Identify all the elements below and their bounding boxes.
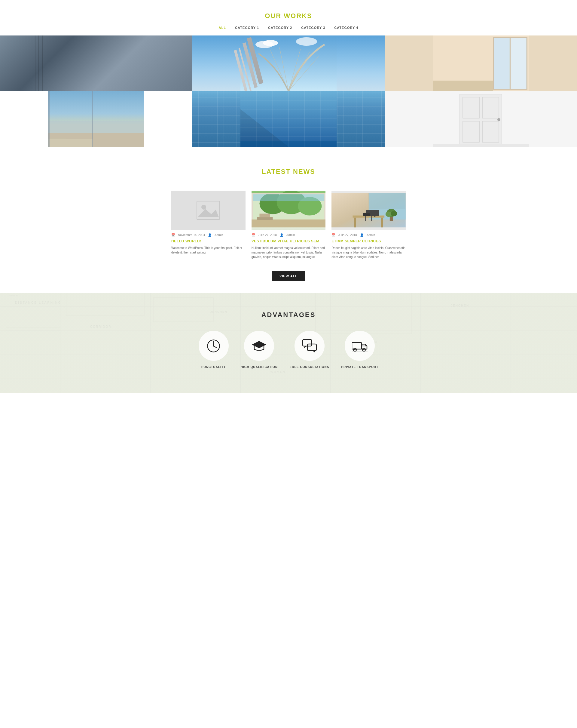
truck-icon xyxy=(352,340,367,352)
advantage-punctuality: PUNCTUALITY xyxy=(199,331,229,369)
news-date-icon-2: 📅 xyxy=(251,233,255,237)
filter-all[interactable]: ALL xyxy=(219,26,226,29)
svg-rect-57 xyxy=(251,193,326,194)
advantage-label-punctuality: PUNCTUALITY xyxy=(201,365,226,369)
news-author-2: Admin xyxy=(286,233,295,237)
news-author-3: Admin xyxy=(367,233,375,237)
advantage-transport: PRIVATE TRANSPORT xyxy=(341,331,378,369)
svg-point-45 xyxy=(497,118,500,121)
svg-point-48 xyxy=(201,205,206,210)
news-card-3: 📅 Julio 27, 2018 👤 Admin ETIAM SEMPER UL… xyxy=(331,191,406,259)
latest-news-section: LATEST NEWS 📅 Noviembre 14, 2004 👤 Admin xyxy=(0,147,577,293)
svg-rect-13 xyxy=(526,37,527,89)
advantages-icons: PUNCTUALITY HIGH QUALIFICATION xyxy=(0,331,577,369)
news-excerpt-3: Donec feugiat sagittis ante vitae lacini… xyxy=(331,246,406,259)
advantage-consultations: FREE CONSULTATIONS xyxy=(290,331,329,369)
advantages-section: DISTANCE LEARNING CORRIDOR JENCHEN CORRI… xyxy=(0,293,577,393)
glass-svg xyxy=(192,91,385,147)
advantage-label-transport: PRIVATE TRANSPORT xyxy=(341,365,378,369)
svg-point-77 xyxy=(391,211,397,216)
news-title-2[interactable]: VESTIBULUM VITAE ULTRICIES SEM xyxy=(251,239,326,243)
placeholder-svg xyxy=(196,201,220,220)
advantage-circle-consultations xyxy=(295,331,325,361)
works-filter: ALL CATEGORY 1 CATEGORY 2 CATEGORY 3 CAT… xyxy=(0,26,577,29)
svg-rect-114 xyxy=(352,342,361,349)
svg-point-2 xyxy=(263,40,278,46)
portfolio-item-room[interactable] xyxy=(385,35,577,91)
svg-rect-71 xyxy=(371,216,372,221)
svg-point-109 xyxy=(266,348,266,349)
advantage-qualification: HIGH QUALIFICATION xyxy=(241,331,278,369)
news-card-1: 📅 Noviembre 14, 2004 👤 Admin HELLO WORLD… xyxy=(171,191,246,259)
news-date-icon-3: 📅 xyxy=(331,233,335,237)
portfolio-item-blinds[interactable] xyxy=(0,35,192,91)
svg-rect-38 xyxy=(240,141,337,147)
arch-svg xyxy=(192,35,385,91)
news-image-3[interactable] xyxy=(331,191,406,230)
advantages-content: ADVANTAGES PUNCTUALITY xyxy=(0,311,577,369)
news-grid: 📅 Noviembre 14, 2004 👤 Admin HELLO WORLD… xyxy=(153,182,424,265)
our-works-section: OUR WORKS ALL CATEGORY 1 CATEGORY 2 CATE… xyxy=(0,0,577,147)
news-excerpt-2: Nullam tincidunt laoreet magna vel euism… xyxy=(251,246,326,259)
advantage-circle-transport xyxy=(345,331,375,361)
svg-point-118 xyxy=(363,349,364,350)
view-all-button[interactable]: VIEW ALL xyxy=(272,271,305,281)
svg-rect-21 xyxy=(48,121,144,135)
svg-rect-19 xyxy=(433,81,493,91)
filter-cat2[interactable]: CATEGORY 2 xyxy=(268,26,292,29)
svg-rect-72 xyxy=(370,210,379,216)
portfolio-item-beach[interactable] xyxy=(0,91,192,147)
news-image-1[interactable] xyxy=(171,191,246,230)
news-meta-3: 📅 Julio 27, 2018 👤 Admin xyxy=(331,233,406,237)
portfolio-image-blinds xyxy=(0,35,192,91)
filter-cat1[interactable]: CATEGORY 1 xyxy=(235,26,259,29)
svg-rect-66 xyxy=(354,218,356,228)
portfolio-item-door[interactable] xyxy=(385,91,577,147)
portfolio-image-door xyxy=(385,91,577,147)
clock-icon xyxy=(207,339,220,353)
svg-rect-26 xyxy=(92,91,93,147)
news-title-3[interactable]: ETIAM SEMPER ULTRICES xyxy=(331,239,406,243)
news-image-2[interactable] xyxy=(251,191,326,230)
news-image-placeholder xyxy=(171,191,246,230)
news-date-3: Julio 27, 2018 xyxy=(338,233,357,237)
portfolio-image-beach xyxy=(0,91,192,147)
svg-rect-12 xyxy=(493,37,494,89)
svg-text:OFFICE: OFFICE xyxy=(9,294,18,297)
portfolio-item-glass[interactable] xyxy=(192,91,385,147)
news-title-1[interactable]: HELLO WORLD! xyxy=(171,239,246,243)
news-author-icon-2: 👤 xyxy=(280,233,283,237)
filter-cat3[interactable]: CATEGORY 3 xyxy=(301,26,325,29)
news-author-icon-3: 👤 xyxy=(360,233,364,237)
svg-rect-58 xyxy=(251,219,326,227)
advantage-label-qualification: HIGH QUALIFICATION xyxy=(241,365,278,369)
advantages-title: ADVANTAGES xyxy=(0,311,577,319)
svg-rect-24 xyxy=(48,138,66,139)
svg-rect-46 xyxy=(433,144,529,147)
svg-rect-0 xyxy=(240,35,337,91)
svg-rect-18 xyxy=(511,38,526,89)
news-date-icon-1: 📅 xyxy=(171,233,175,237)
portfolio-item-arch[interactable] xyxy=(192,35,385,91)
news-date-1: Noviembre 14, 2004 xyxy=(178,233,205,237)
news-author-icon-1: 👤 xyxy=(208,233,212,237)
news-meta-2: 📅 Julio 27, 2018 👤 Admin xyxy=(251,233,326,237)
advantage-label-consultations: FREE CONSULTATIONS xyxy=(290,365,329,369)
news-excerpt-1: Welcome to WordPress. This is your first… xyxy=(171,246,246,255)
svg-rect-17 xyxy=(494,38,510,89)
portfolio-image-glass xyxy=(192,91,385,147)
svg-rect-25 xyxy=(48,91,50,147)
svg-text:JENCHEN: JENCHEN xyxy=(451,304,469,307)
svg-rect-23 xyxy=(48,139,93,147)
works-title-green: WORKS xyxy=(284,12,312,20)
news-title-green: NEWS xyxy=(293,168,315,175)
svg-rect-60 xyxy=(259,213,270,217)
filter-cat4[interactable]: CATEGORY 4 xyxy=(334,26,358,29)
svg-rect-70 xyxy=(365,216,366,221)
portfolio-image-room xyxy=(385,35,577,91)
svg-point-3 xyxy=(296,37,317,46)
advantage-circle-punctuality xyxy=(199,331,229,361)
news-title-black: LATEST xyxy=(262,168,291,175)
svg-text:WOMEN: WOMEN xyxy=(271,370,286,373)
graduation-icon xyxy=(252,340,266,352)
